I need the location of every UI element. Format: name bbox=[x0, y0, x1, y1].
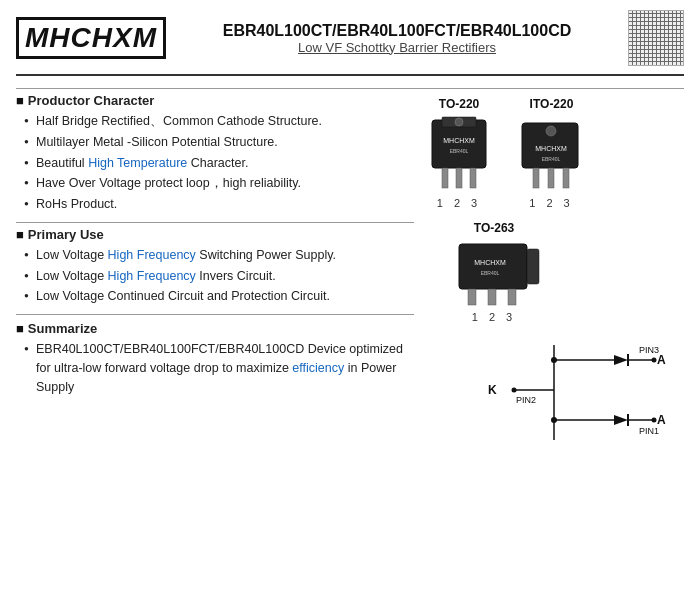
header: MHCHXM EBR40L100CT/EBR40L100FCT/EBR40L10… bbox=[16, 10, 684, 76]
productor-list: Half Bridge Rectified、Common Cathode Str… bbox=[16, 112, 414, 214]
to220-svg: MHCHXM EBR40L bbox=[424, 115, 494, 195]
svg-rect-20 bbox=[488, 289, 496, 305]
list-item: Half Bridge Rectified、Common Cathode Str… bbox=[24, 112, 414, 131]
header-title: EBR40L100CT/EBR40L100FCT/EBR40L100CD Low… bbox=[166, 22, 628, 55]
circuit-section: A PIN3 A PIN1 bbox=[424, 335, 684, 450]
svg-text:A: A bbox=[657, 413, 666, 427]
to263-pins: 1 2 3 bbox=[472, 311, 516, 323]
svg-rect-13 bbox=[548, 168, 554, 188]
page: MHCHXM EBR40L100CT/EBR40L100FCT/EBR40L10… bbox=[0, 0, 700, 600]
logo: MHCHXM bbox=[16, 17, 166, 59]
to220-block: TO-220 MHCHXM EBR40L bbox=[424, 97, 494, 209]
svg-rect-6 bbox=[456, 168, 462, 188]
ito220-block: ITO-220 MHCHXM EBR40L bbox=[514, 97, 589, 209]
highlight: efficiency bbox=[292, 361, 344, 375]
to220-pins: 1 2 3 bbox=[437, 197, 481, 209]
svg-text:PIN2: PIN2 bbox=[516, 395, 536, 405]
bullet-text: Multilayer Metal -Silicon Potential Stru… bbox=[36, 135, 278, 149]
svg-point-36 bbox=[652, 418, 657, 423]
to220-image: MHCHXM EBR40L bbox=[424, 115, 494, 195]
ito220-label: ITO-220 bbox=[530, 97, 574, 111]
svg-point-41 bbox=[551, 357, 557, 363]
sub-title: Low VF Schottky Barrier Rectifiers bbox=[176, 40, 618, 55]
ito220-image: MHCHXM EBR40L bbox=[514, 115, 589, 195]
svg-text:EBR40L: EBR40L bbox=[542, 156, 561, 162]
svg-text:EBR40L: EBR40L bbox=[481, 270, 500, 276]
productor-title: Productor Character bbox=[16, 93, 414, 108]
svg-text:MHCHXM: MHCHXM bbox=[443, 137, 475, 144]
svg-point-29 bbox=[652, 358, 657, 363]
right-column: TO-220 MHCHXM EBR40L bbox=[424, 93, 684, 590]
svg-marker-31 bbox=[614, 415, 628, 425]
svg-text:K: K bbox=[488, 383, 497, 397]
list-item: Have Over Voltage protect loop，high reli… bbox=[24, 174, 414, 193]
bullet-text: Half Bridge Rectified、Common Cathode Str… bbox=[36, 114, 322, 128]
highlight: High Frequency bbox=[108, 248, 196, 262]
list-item: Low Voltage High Frequency Invers Circui… bbox=[24, 267, 414, 286]
svg-text:PIN3: PIN3 bbox=[639, 345, 659, 355]
header-divider bbox=[16, 88, 684, 89]
svg-point-42 bbox=[551, 417, 557, 423]
primary-use-title: Primary Use bbox=[16, 227, 414, 242]
circuit-diagram-svg: A PIN3 A PIN1 bbox=[474, 335, 684, 450]
svg-rect-12 bbox=[533, 168, 539, 188]
qr-code bbox=[628, 10, 684, 66]
section-divider-2 bbox=[16, 314, 414, 315]
to263-block: TO-263 MHCHXM EBR40L bbox=[454, 221, 534, 323]
svg-text:A: A bbox=[657, 353, 666, 367]
main-content: Productor Character Half Bridge Rectifie… bbox=[16, 93, 684, 590]
to220-label: TO-220 bbox=[439, 97, 479, 111]
left-column: Productor Character Half Bridge Rectifie… bbox=[16, 93, 424, 590]
svg-rect-14 bbox=[563, 168, 569, 188]
bullet-text: Beautiful High Temperature Character. bbox=[36, 156, 248, 170]
svg-text:MHCHXM: MHCHXM bbox=[535, 145, 567, 152]
primary-use-list: Low Voltage High Frequency Switching Pow… bbox=[16, 246, 414, 306]
svg-rect-16 bbox=[527, 249, 539, 284]
bullet-text: RoHs Product. bbox=[36, 197, 117, 211]
bullet-text: Have Over Voltage protect loop，high reli… bbox=[36, 176, 301, 190]
highlight: High Frequency bbox=[108, 269, 196, 283]
svg-rect-19 bbox=[468, 289, 476, 305]
to263-container: TO-263 MHCHXM EBR40L bbox=[454, 221, 534, 323]
summarize-section: Summarize EBR40L100CT/EBR40L100FCT/EBR40… bbox=[16, 321, 414, 396]
to263-label: TO-263 bbox=[474, 221, 514, 235]
svg-point-38 bbox=[512, 388, 517, 393]
list-item: Multilayer Metal -Silicon Potential Stru… bbox=[24, 133, 414, 152]
summarize-title: Summarize bbox=[16, 321, 414, 336]
svg-point-9 bbox=[546, 126, 556, 136]
svg-rect-7 bbox=[470, 168, 476, 188]
list-item: Low Voltage Continued Circuit and Protec… bbox=[24, 287, 414, 306]
bullet-text: Low Voltage Continued Circuit and Protec… bbox=[36, 289, 330, 303]
svg-marker-24 bbox=[614, 355, 628, 365]
list-item: Low Voltage High Frequency Switching Pow… bbox=[24, 246, 414, 265]
list-item: RoHs Product. bbox=[24, 195, 414, 214]
svg-text:PIN1: PIN1 bbox=[639, 426, 659, 436]
svg-point-2 bbox=[455, 118, 463, 126]
list-item: EBR40L100CT/EBR40L100FCT/EBR40L100CD Dev… bbox=[24, 340, 414, 396]
highlight: High Temperature bbox=[88, 156, 187, 170]
list-item: Beautiful High Temperature Character. bbox=[24, 154, 414, 173]
ito220-pins: 1 2 3 bbox=[529, 197, 573, 209]
main-title: EBR40L100CT/EBR40L100FCT/EBR40L100CD bbox=[176, 22, 618, 40]
to263-svg: MHCHXM EBR40L bbox=[454, 239, 544, 309]
section-divider bbox=[16, 222, 414, 223]
svg-text:EBR40L: EBR40L bbox=[450, 148, 469, 154]
summarize-list: EBR40L100CT/EBR40L100FCT/EBR40L100CD Dev… bbox=[16, 340, 414, 396]
svg-rect-21 bbox=[508, 289, 516, 305]
packages-top-row: TO-220 MHCHXM EBR40L bbox=[424, 97, 589, 209]
bullet-text: Low Voltage High Frequency Switching Pow… bbox=[36, 248, 336, 262]
svg-rect-15 bbox=[459, 244, 527, 289]
ito220-svg: MHCHXM EBR40L bbox=[514, 115, 589, 195]
bullet-text: EBR40L100CT/EBR40L100FCT/EBR40L100CD Dev… bbox=[36, 342, 403, 394]
bullet-text: Low Voltage High Frequency Invers Circui… bbox=[36, 269, 276, 283]
to263-image: MHCHXM EBR40L bbox=[454, 239, 534, 309]
svg-text:MHCHXM: MHCHXM bbox=[474, 259, 506, 266]
qr-pattern bbox=[629, 11, 683, 65]
svg-rect-5 bbox=[442, 168, 448, 188]
